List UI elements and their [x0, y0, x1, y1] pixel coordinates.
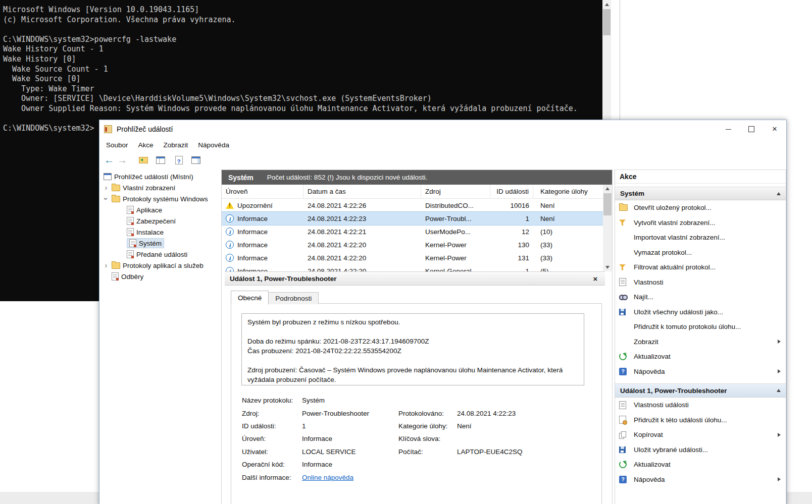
help-button[interactable] [172, 153, 185, 166]
binoculars-icon [619, 295, 628, 300]
tree-item-windows-logs[interactable]: › Protokoly systému Windows [100, 193, 221, 204]
cell-event-id: 1 [490, 215, 533, 222]
scroll-down-icon[interactable] [603, 263, 612, 271]
table-row[interactable]: Upozornění 24.08.2021 4:22:26 Distribute… [222, 199, 603, 212]
forward-button[interactable]: → [116, 153, 129, 166]
column-header-source[interactable]: Zdroj [421, 185, 490, 198]
scrollbar-thumb[interactable] [603, 9, 611, 35]
collapse-icon[interactable] [777, 389, 781, 392]
close-button[interactable]: × [763, 120, 786, 138]
save-icon [619, 309, 626, 315]
menu-view[interactable]: Zobrazit [159, 141, 193, 149]
menu-help[interactable]: Nápověda [193, 141, 234, 149]
filter-icon [619, 264, 626, 270]
chevron-expanded-icon[interactable]: › [104, 195, 109, 202]
tree-item-subscriptions[interactable]: Odběry [100, 271, 221, 282]
scrollbar-thumb[interactable] [603, 193, 612, 215]
detail-close-icon[interactable]: × [591, 274, 600, 283]
tree-item-system[interactable]: Systém [100, 238, 221, 249]
cell-datetime: 24.08.2021 4:22:21 [303, 228, 421, 236]
table-row-selected[interactable]: Informace 24.08.2021 4:22:23 Power-Troub… [222, 212, 603, 225]
menu-file[interactable]: Soubor [101, 141, 133, 149]
actions-section-header: Systém [620, 190, 644, 197]
actions-section-system[interactable]: Systém [615, 187, 786, 200]
tree-item-application[interactable]: Aplikace [100, 204, 221, 215]
tree-item-root[interactable]: Prohlížeč událostí (Místní) [100, 171, 221, 182]
action-event-properties[interactable]: Vlastnosti události [615, 398, 786, 413]
forward-arrow-icon: → [117, 154, 127, 166]
action-help[interactable]: Nápověda [615, 364, 786, 379]
event-description[interactable]: Systém byl probuzen z režimu s nízkou sp… [241, 313, 584, 385]
action-find[interactable]: Najít... [615, 290, 786, 305]
menu-action[interactable]: Akce [133, 141, 159, 149]
back-button[interactable]: ← [103, 153, 116, 166]
action-properties[interactable]: Vlastnosti [615, 275, 786, 290]
cell-level: Upozornění [237, 202, 273, 209]
table-row[interactable]: Informace 24.08.2021 4:22:20 Kernel-Powe… [222, 238, 603, 251]
action-view[interactable]: Zobrazit [615, 334, 786, 350]
minimize-button[interactable] [717, 120, 740, 138]
filter-icon [619, 219, 626, 226]
column-header-category[interactable]: Kategorie úlohy [533, 185, 603, 198]
detail-header-bar: Událost 1, Power-Troubleshooter × [225, 271, 605, 286]
event-fields: Název protokolu: Systém Zdroj: Power-Tro… [242, 394, 601, 484]
action-import-custom-view[interactable]: Importovat vlastní zobrazení... [615, 230, 786, 245]
tree-item-setup[interactable]: Instalace [100, 227, 221, 238]
tree-item-security[interactable]: Zabezpečení [100, 215, 221, 227]
cell-category: (5) [533, 267, 603, 272]
chevron-right-icon[interactable]: › [103, 263, 110, 268]
close-icon: × [772, 124, 777, 134]
action-save-selected-events[interactable]: Uložit vybrané události... [615, 442, 786, 458]
action-save-all-events-as[interactable]: Uložit všechny události jako... [615, 305, 786, 320]
task-icon [619, 416, 626, 424]
table-row[interactable]: Informace 24.08.2021 4:22:20 Kernel-Gene… [222, 264, 603, 271]
tab-general[interactable]: Obecné [231, 291, 269, 305]
action-filter-current-log[interactable]: Filtrovat aktuální protokol... [615, 260, 786, 275]
table-row[interactable]: Informace 24.08.2021 4:22:20 Kernel-Powe… [222, 251, 603, 264]
actions-pane: Akce Systém Otevřít uložený protokol... … [615, 170, 786, 504]
copy-icon [619, 431, 627, 438]
console-tree-toggle-button[interactable] [137, 153, 150, 166]
tree-item-label: Odběry [121, 273, 143, 281]
field-label: Počítač: [398, 448, 457, 456]
scroll-up-icon[interactable] [603, 185, 612, 193]
action-refresh[interactable]: Aktualizovat [615, 349, 786, 364]
tree-item-label: Prohlížeč událostí (Místní) [114, 173, 193, 181]
scroll-up-icon[interactable] [602, 0, 611, 9]
column-header-datetime[interactable]: Datum a čas [303, 185, 421, 198]
submenu-arrow-icon [778, 369, 781, 373]
column-header-event-id[interactable]: ID události [490, 185, 533, 198]
cell-category: Není [533, 215, 603, 222]
cell-category: (33) [533, 254, 603, 262]
maximize-button[interactable] [740, 120, 763, 138]
action-help-event[interactable]: Nápověda [615, 472, 786, 487]
action-clear-log[interactable]: Vymazat protokol... [615, 245, 786, 260]
action-attach-task-to-event[interactable]: Přidružit k této události úlohu... [615, 413, 786, 428]
cell-datetime: 24.08.2021 4:22:20 [303, 267, 421, 272]
action-attach-task-to-log[interactable]: Přidružit k tomuto protokolu úlohu... [615, 319, 786, 334]
chevron-right-icon[interactable]: › [103, 185, 110, 190]
event-list-scrollbar[interactable] [603, 185, 612, 271]
action-refresh-event[interactable]: Aktualizovat [615, 457, 786, 472]
column-header-level[interactable]: Úroveň [222, 185, 303, 198]
window-pane-button[interactable] [154, 153, 167, 166]
tree-item-custom-views[interactable]: › Vlastní zobrazení [100, 182, 221, 193]
actions-section-event[interactable]: Událost 1, Power-Troubleshooter [615, 383, 786, 398]
action-open-saved-log[interactable]: Otevřít uložený protokol... [615, 200, 786, 215]
table-row[interactable]: Informace 24.08.2021 4:22:21 UserModePo.… [222, 225, 603, 238]
field-value: LOCAL SERVICE [302, 448, 398, 456]
menu-bar: Soubor Akce Zobrazit Nápověda [99, 138, 786, 151]
action-pane-toggle-button[interactable] [189, 153, 202, 166]
action-create-custom-view[interactable]: Vytvořit vlastní zobrazení... [615, 215, 786, 231]
cell-event-id: 12 [490, 228, 533, 236]
collapse-icon[interactable] [777, 192, 781, 195]
field-value: 24.08.2021 4:22:23 [457, 410, 601, 417]
online-help-link[interactable]: Online nápověda [302, 474, 353, 481]
tab-details[interactable]: Podrobnosti [269, 292, 319, 304]
tree-item-forwarded-events[interactable]: Předané události [100, 249, 221, 260]
title-bar[interactable]: Prohlížeč událostí × [99, 120, 786, 138]
field-label: Klíčová slova: [398, 435, 457, 442]
action-copy[interactable]: Kopírovat [615, 427, 786, 442]
tree-item-app-service-logs[interactable]: › Protokoly aplikací a služeb [100, 260, 221, 271]
field-value: LAPTOP-EUE4C2SQ [457, 448, 601, 456]
